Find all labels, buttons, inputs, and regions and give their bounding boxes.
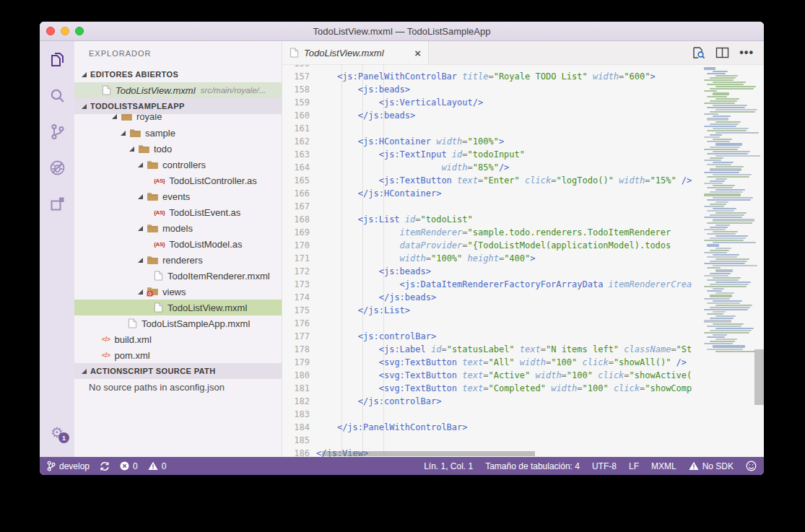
code-line-180[interactable]: 180 <svg:TextButton text="Active" width=… <box>282 369 704 382</box>
line-number[interactable]: 163 <box>282 148 316 161</box>
tree-file-todoitemrenderer-mxml[interactable]: TodoItemRenderer.mxml <box>74 268 282 284</box>
status-item-0[interactable]: 0 <box>120 461 138 471</box>
code-area[interactable]: 156157 <js:PanelWithControlBar title="Ro… <box>282 65 704 457</box>
more-actions-icon[interactable]: ••• <box>739 46 754 59</box>
tab-todolistview[interactable]: TodoListView.mxml × <box>282 41 429 64</box>
status-item-smiley-icon[interactable] <box>746 461 757 471</box>
line-number[interactable]: 158 <box>282 83 316 96</box>
tree-folder-controllers[interactable]: controllers <box>74 157 282 173</box>
code-line-166[interactable]: 166 </js:HContainer> <box>282 187 704 200</box>
close-window-button[interactable] <box>46 27 55 35</box>
code-line-178[interactable]: 178 <js:Label id="statusLabel" text="N i… <box>282 343 704 356</box>
code-line-181[interactable]: 181 <svg:TextButton text="Completed" wid… <box>282 382 704 395</box>
line-number[interactable]: 172 <box>282 265 316 278</box>
tree-folder-royale[interactable]: royale <box>74 114 282 125</box>
minimap[interactable] <box>704 65 754 457</box>
line-number[interactable]: 168 <box>282 213 316 226</box>
status-item-tama-o-de-tabulaci-n-4[interactable]: Tamaño de tabulación: 4 <box>485 461 580 471</box>
line-number[interactable]: 164 <box>282 161 316 174</box>
settings-gear-icon[interactable]: ⚙1 <box>51 425 64 440</box>
tree-folder-renderers[interactable]: renderers <box>74 252 282 268</box>
code-line-171[interactable]: 171 width="100%" height="400"> <box>282 252 704 265</box>
status-item-no-sdk[interactable]: No SDK <box>689 461 734 471</box>
code-line-183[interactable]: 183 <box>282 408 704 421</box>
tree-folder-views[interactable]: views <box>74 284 282 300</box>
code-line-185[interactable]: 185 <box>282 434 704 447</box>
line-number[interactable]: 169 <box>282 226 316 239</box>
code-line-177[interactable]: 177 <js:controlBar> <box>282 330 704 343</box>
activity-debug-disabled-icon[interactable] <box>40 149 74 186</box>
code-line-170[interactable]: 170 dataProvider="{TodoListModel(applica… <box>282 239 704 252</box>
activity-source-control-icon[interactable] <box>40 113 74 149</box>
section-header-todolistsampleapp[interactable]: TODOLISTSAMPLEAPP <box>74 98 282 114</box>
line-number[interactable]: 156 <box>282 65 316 70</box>
code-line-176[interactable]: 176 <box>282 317 704 330</box>
code-line-160[interactable]: 160 </js:beads> <box>282 109 704 122</box>
line-number[interactable]: 181 <box>282 382 316 395</box>
code-line-182[interactable]: 182 </js:controlBar> <box>282 395 704 408</box>
status-item-sync-icon[interactable] <box>100 461 110 471</box>
code-line-157[interactable]: 157 <js:PanelWithControlBar title="Royal… <box>282 70 704 83</box>
code-line-173[interactable]: 173 <js:DataItemRendererFactoryForArrayD… <box>282 278 704 291</box>
section-header-editores-abiertos[interactable]: EDITORES ABIERTOS <box>74 66 282 82</box>
line-number[interactable]: 160 <box>282 109 316 122</box>
code-line-172[interactable]: 172 <js:beads> <box>282 265 704 278</box>
line-number[interactable]: 184 <box>282 421 316 434</box>
horizontal-scrollbar-thumb[interactable] <box>322 451 535 456</box>
tree-file-todolistsampleapp-mxml[interactable]: TodoListSampleApp.mxml <box>74 315 282 331</box>
line-number[interactable]: 171 <box>282 252 316 265</box>
code-line-175[interactable]: 175 </js:List> <box>282 304 704 317</box>
code-line-169[interactable]: 169 itemRenderer="sample.todo.renderers.… <box>282 226 704 239</box>
code-line-159[interactable]: 159 <js:VerticalLayout/> <box>282 96 704 109</box>
status-item-develop[interactable]: develop <box>47 461 90 471</box>
tree-file-todolistmodel-as[interactable]: {AS}TodoListModel.as <box>74 236 282 252</box>
line-number[interactable]: 167 <box>282 200 316 213</box>
line-number[interactable]: 183 <box>282 408 316 421</box>
tree-file-pom-xml[interactable]: </>pom.xml <box>74 347 282 363</box>
code-line-179[interactable]: 179 <svg:TextButton text="All" width="10… <box>282 356 704 369</box>
line-number[interactable]: 162 <box>282 135 316 148</box>
code-line-164[interactable]: 164 width="85%"/> <box>282 161 704 174</box>
zoom-window-button[interactable] <box>75 27 84 35</box>
line-number[interactable]: 165 <box>282 174 316 187</box>
line-number[interactable]: 159 <box>282 96 316 109</box>
open-preview-icon[interactable] <box>691 46 705 59</box>
line-number[interactable]: 185 <box>282 434 316 447</box>
split-editor-icon[interactable] <box>715 47 729 58</box>
line-number[interactable]: 161 <box>282 122 316 135</box>
line-number[interactable]: 180 <box>282 369 316 382</box>
tree-file-todolistview-mxml[interactable]: TodoListView.mxml <box>74 300 282 315</box>
line-number[interactable]: 166 <box>282 187 316 200</box>
line-number[interactable]: 170 <box>282 239 316 252</box>
line-number[interactable]: 179 <box>282 356 316 369</box>
activity-extensions-icon[interactable] <box>40 186 74 222</box>
code-line-161[interactable]: 161 <box>282 122 704 135</box>
code-line-174[interactable]: 174 </js:beads> <box>282 291 704 304</box>
code-line-168[interactable]: 168 <js:List id="todoList" <box>282 213 704 226</box>
code-line-184[interactable]: 184 </js:PanelWithControlBar> <box>282 421 704 434</box>
editor-content[interactable]: 156157 <js:PanelWithControlBar title="Ro… <box>282 65 764 457</box>
status-item-lf[interactable]: LF <box>629 461 639 471</box>
close-tab-icon[interactable]: × <box>414 48 421 58</box>
line-number[interactable]: 177 <box>282 330 316 343</box>
status-item-mxml[interactable]: MXML <box>651 461 676 471</box>
window-titlebar[interactable]: TodoListView.mxml — TodoListSampleApp <box>40 22 764 41</box>
tree-file-todolistevent-as[interactable]: {AS}TodoListEvent.as <box>74 204 282 220</box>
code-line-167[interactable]: 167 <box>282 200 704 213</box>
status-item-0[interactable]: 0 <box>148 461 167 471</box>
activity-files-icon[interactable] <box>40 41 74 77</box>
status-item-l-n-1-col-1[interactable]: Lín. 1, Col. 1 <box>424 461 473 471</box>
line-number[interactable]: 176 <box>282 317 316 330</box>
line-number[interactable]: 173 <box>282 278 316 291</box>
tree-folder-sample[interactable]: sample <box>74 125 282 141</box>
tree-file-build-xml[interactable]: </>build.xml <box>74 331 282 347</box>
section-header-actionscript-source-path[interactable]: ACTIONSCRIPT SOURCE PATH <box>74 363 282 379</box>
tree-file-todolistview-mxml[interactable]: TodoListView.mxmlsrc/main/royale/... <box>74 82 282 98</box>
code-line-162[interactable]: 162 <js:HContainer width="100%"> <box>282 135 704 148</box>
line-number[interactable]: 186 <box>282 447 316 457</box>
activity-search-icon[interactable] <box>40 77 74 113</box>
tree-folder-todo[interactable]: todo <box>74 141 282 157</box>
tree-folder-models[interactable]: models <box>74 220 282 236</box>
tree-folder-events[interactable]: events <box>74 188 282 204</box>
code-line-156[interactable]: 156 <box>282 65 704 70</box>
